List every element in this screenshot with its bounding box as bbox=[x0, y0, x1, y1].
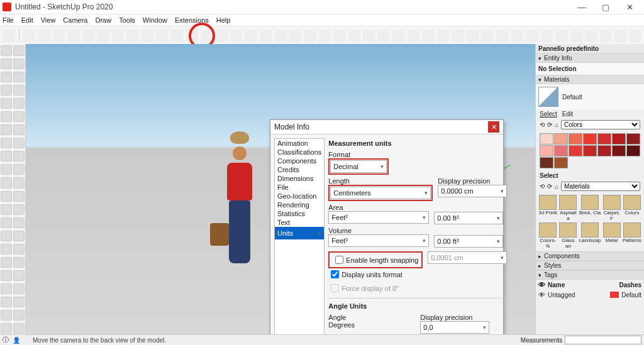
angle-precision-select[interactable]: 0,0 bbox=[420, 321, 489, 334]
material-item[interactable]: Colors-N bbox=[538, 222, 557, 249]
tool-button[interactable] bbox=[13, 297, 25, 307]
toolbar-button[interactable] bbox=[38, 30, 50, 42]
toolbar-button[interactable] bbox=[496, 30, 509, 42]
nav-back-icon[interactable]: ⟲ bbox=[540, 183, 545, 190]
toolbar-button[interactable] bbox=[511, 30, 524, 42]
home-icon[interactable]: ⌂ bbox=[555, 121, 558, 128]
toolbar-button[interactable] bbox=[600, 30, 613, 42]
menu-file[interactable]: File bbox=[3, 16, 14, 24]
color-swatch[interactable] bbox=[597, 133, 611, 145]
tool-button[interactable] bbox=[1, 270, 12, 281]
length-unit-select[interactable]: Centimeters bbox=[330, 187, 431, 199]
toolbar-button[interactable] bbox=[53, 30, 65, 42]
material-item[interactable]: Glass an bbox=[558, 222, 577, 249]
tool-button[interactable] bbox=[13, 231, 25, 241]
visibility-toggle[interactable]: 👁 bbox=[538, 291, 545, 298]
tool-button[interactable] bbox=[1, 72, 12, 82]
material-item[interactable]: Asphalt a bbox=[558, 195, 577, 221]
toolbar-button[interactable] bbox=[319, 30, 331, 42]
nav-fwd-icon[interactable]: ⟳ bbox=[547, 183, 552, 190]
toolbar-button[interactable] bbox=[555, 30, 568, 42]
tool-button[interactable] bbox=[1, 164, 12, 175]
menu-draw[interactable]: Draw bbox=[95, 16, 111, 24]
toolbar-button[interactable] bbox=[82, 30, 95, 42]
toolbar-button[interactable] bbox=[23, 30, 35, 42]
tool-button[interactable] bbox=[1, 138, 12, 148]
color-swatch[interactable] bbox=[540, 133, 553, 145]
tool-button[interactable] bbox=[1, 297, 12, 307]
toolbar-button[interactable] bbox=[201, 30, 213, 42]
enable-length-snapping-checkbox[interactable]: Enable length snapping bbox=[330, 253, 421, 266]
tool-button[interactable] bbox=[13, 283, 25, 294]
nav-back-icon[interactable]: ⟲ bbox=[540, 121, 545, 128]
help-icon[interactable]: ⓘ bbox=[3, 336, 9, 344]
tool-button[interactable] bbox=[13, 124, 25, 135]
toolbar-button[interactable] bbox=[614, 30, 627, 42]
tool-button[interactable] bbox=[13, 310, 25, 320]
tool-button[interactable] bbox=[1, 85, 12, 96]
home-icon[interactable]: ⌂ bbox=[555, 183, 558, 190]
toolbar-button[interactable] bbox=[408, 30, 420, 42]
tool-button[interactable] bbox=[13, 111, 25, 122]
menu-camera[interactable]: Camera bbox=[63, 16, 87, 24]
measurements-input[interactable] bbox=[565, 336, 641, 344]
menu-help[interactable]: Help bbox=[216, 16, 231, 24]
cat-units[interactable]: Units bbox=[275, 227, 324, 239]
length-precision-select[interactable]: 0,0000 cm bbox=[438, 185, 507, 197]
material-item[interactable]: Patterns bbox=[623, 222, 641, 249]
volume-unit-select[interactable]: Feet³ bbox=[328, 234, 429, 247]
tool-button[interactable] bbox=[1, 283, 12, 294]
entity-info-header[interactable]: ▾Entity Info bbox=[536, 53, 644, 63]
tool-button[interactable] bbox=[1, 98, 12, 109]
cat-classifications[interactable]: Classifications bbox=[275, 148, 324, 156]
toolbar-button[interactable] bbox=[422, 30, 435, 42]
color-swatch[interactable] bbox=[612, 133, 626, 145]
area-unit-select[interactable]: Feet² bbox=[328, 211, 429, 224]
toolbar-button[interactable] bbox=[215, 30, 228, 42]
cat-dimensions[interactable]: Dimensions bbox=[275, 174, 324, 183]
color-swatch[interactable] bbox=[554, 133, 568, 145]
tool-button[interactable] bbox=[13, 244, 25, 255]
material-item[interactable]: Metal bbox=[602, 222, 621, 249]
cat-credits[interactable]: Credits bbox=[275, 165, 324, 174]
tool-button[interactable] bbox=[13, 98, 25, 109]
dialog-titlebar[interactable]: Model Info ✕ bbox=[270, 120, 503, 134]
cat-geolocation[interactable]: Geo-location bbox=[275, 192, 324, 200]
toolbar-button[interactable] bbox=[348, 30, 361, 42]
tool-button[interactable] bbox=[1, 124, 12, 135]
material-item[interactable]: Colors bbox=[623, 195, 641, 221]
toolbar-button[interactable] bbox=[333, 30, 346, 42]
minimize-button[interactable]: — bbox=[570, 0, 594, 14]
current-material-swatch[interactable] bbox=[538, 87, 558, 107]
tool-button[interactable] bbox=[1, 231, 12, 241]
tool-button[interactable] bbox=[13, 58, 25, 69]
cat-rendering[interactable]: Rendering bbox=[275, 200, 324, 209]
materials-tab-select[interactable]: Select bbox=[540, 111, 557, 118]
toolbar-button[interactable] bbox=[526, 30, 538, 42]
dash-default[interactable]: Default bbox=[621, 292, 641, 298]
tool-button[interactable] bbox=[1, 177, 12, 188]
area-precision-select[interactable]: 0.00 ft² bbox=[434, 212, 503, 224]
color-swatch[interactable] bbox=[554, 145, 568, 156]
tool-button[interactable] bbox=[1, 244, 12, 255]
user-icon[interactable]: 👤 bbox=[13, 337, 20, 344]
toolbar-button[interactable] bbox=[304, 30, 316, 42]
tool-button[interactable] bbox=[1, 151, 12, 162]
tool-button[interactable] bbox=[13, 257, 25, 268]
tool-button[interactable] bbox=[13, 270, 25, 281]
materials-tab-edit[interactable]: Edit bbox=[562, 111, 573, 118]
toolbar-button[interactable] bbox=[570, 30, 583, 42]
cat-text[interactable]: Text bbox=[275, 218, 324, 227]
toolbar-button[interactable] bbox=[97, 30, 109, 42]
tool-button[interactable] bbox=[1, 204, 12, 215]
toolbar-button[interactable] bbox=[378, 30, 391, 42]
material-item[interactable]: Landscap bbox=[579, 222, 601, 249]
tool-button[interactable] bbox=[1, 217, 12, 228]
toolbar-button[interactable] bbox=[467, 30, 479, 42]
tag-untagged[interactable]: Untagged bbox=[548, 292, 608, 298]
color-swatch[interactable] bbox=[612, 145, 626, 156]
cat-animation[interactable]: Animation bbox=[275, 139, 324, 148]
toolbar-button[interactable] bbox=[274, 30, 287, 42]
styles-header[interactable]: ▸Styles bbox=[536, 261, 644, 270]
nav-fwd-icon[interactable]: ⟳ bbox=[547, 121, 552, 128]
